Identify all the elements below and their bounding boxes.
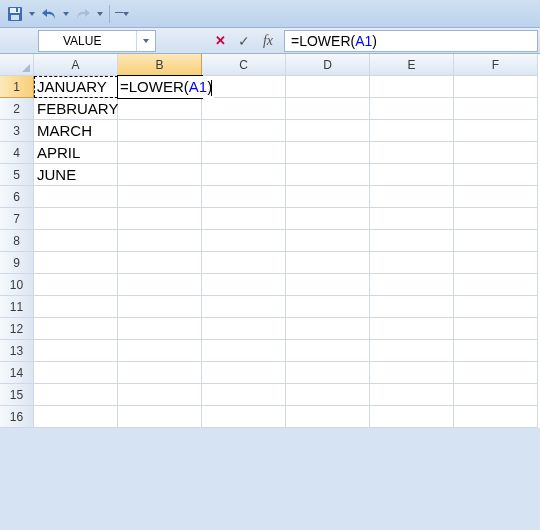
cell[interactable]: [34, 296, 118, 318]
cell[interactable]: =LOWER(A1): [118, 76, 202, 98]
cell[interactable]: [454, 76, 538, 98]
row-header[interactable]: 3: [0, 120, 34, 142]
cell[interactable]: [118, 230, 202, 252]
cell[interactable]: [118, 252, 202, 274]
cell[interactable]: [34, 362, 118, 384]
cell[interactable]: [34, 340, 118, 362]
cell[interactable]: [202, 318, 286, 340]
row-header[interactable]: 10: [0, 274, 34, 296]
cell[interactable]: [34, 318, 118, 340]
cell[interactable]: [202, 340, 286, 362]
cell[interactable]: MARCH: [34, 120, 118, 142]
row-header[interactable]: 9: [0, 252, 34, 274]
row-header[interactable]: 7: [0, 208, 34, 230]
cell[interactable]: [202, 208, 286, 230]
row-header[interactable]: 16: [0, 406, 34, 428]
save-dropdown-icon[interactable]: [28, 3, 36, 25]
fx-icon[interactable]: fx: [256, 30, 280, 52]
cell[interactable]: [286, 362, 370, 384]
redo-dropdown-icon[interactable]: [96, 3, 104, 25]
row-header[interactable]: 1: [0, 76, 34, 98]
cell[interactable]: [118, 142, 202, 164]
cell[interactable]: [454, 296, 538, 318]
cell[interactable]: [202, 384, 286, 406]
cell[interactable]: [370, 362, 454, 384]
row-header[interactable]: 14: [0, 362, 34, 384]
cell[interactable]: [34, 406, 118, 428]
cell[interactable]: [202, 76, 286, 98]
cell[interactable]: [286, 164, 370, 186]
cancel-icon[interactable]: ✕: [208, 30, 232, 52]
cell[interactable]: [118, 362, 202, 384]
cell[interactable]: [286, 252, 370, 274]
cell[interactable]: [118, 98, 202, 120]
cell[interactable]: [34, 208, 118, 230]
cell[interactable]: [34, 252, 118, 274]
cell[interactable]: [370, 406, 454, 428]
cell[interactable]: [34, 186, 118, 208]
cell[interactable]: [454, 340, 538, 362]
cell[interactable]: [34, 274, 118, 296]
cell[interactable]: [454, 120, 538, 142]
cell[interactable]: [202, 230, 286, 252]
cell[interactable]: [286, 274, 370, 296]
name-box-dropdown-icon[interactable]: [136, 31, 154, 51]
cell[interactable]: [286, 76, 370, 98]
row-header[interactable]: 2: [0, 98, 34, 120]
cell[interactable]: [286, 340, 370, 362]
name-box[interactable]: VALUE: [38, 30, 156, 52]
cell[interactable]: [202, 362, 286, 384]
cell[interactable]: [454, 164, 538, 186]
cell[interactable]: [34, 230, 118, 252]
cell[interactable]: [118, 208, 202, 230]
undo-icon[interactable]: [38, 3, 60, 25]
cell[interactable]: [286, 142, 370, 164]
column-header[interactable]: F: [454, 54, 538, 76]
cell[interactable]: [202, 186, 286, 208]
cell[interactable]: [118, 384, 202, 406]
spreadsheet-grid[interactable]: ABCDEF1JANUARY=LOWER(A1)2FEBRUARY3MARCH4…: [0, 54, 540, 428]
cell[interactable]: [454, 98, 538, 120]
column-header[interactable]: C: [202, 54, 286, 76]
cell[interactable]: [34, 384, 118, 406]
cell[interactable]: [370, 296, 454, 318]
row-header[interactable]: 13: [0, 340, 34, 362]
select-all-corner[interactable]: [0, 54, 34, 76]
cell[interactable]: [286, 406, 370, 428]
column-header[interactable]: A: [34, 54, 118, 76]
cell[interactable]: [202, 164, 286, 186]
cell[interactable]: [370, 230, 454, 252]
row-header[interactable]: 6: [0, 186, 34, 208]
enter-icon[interactable]: ✓: [232, 30, 256, 52]
cell[interactable]: [454, 318, 538, 340]
cell[interactable]: [370, 318, 454, 340]
cell[interactable]: [286, 318, 370, 340]
cell[interactable]: [370, 274, 454, 296]
cell[interactable]: [370, 142, 454, 164]
cell[interactable]: [454, 230, 538, 252]
cell[interactable]: [370, 340, 454, 362]
cell[interactable]: [118, 296, 202, 318]
cell[interactable]: [202, 296, 286, 318]
cell[interactable]: JANUARY: [34, 76, 118, 98]
cell[interactable]: [370, 186, 454, 208]
cell[interactable]: [202, 406, 286, 428]
save-icon[interactable]: [4, 3, 26, 25]
row-header[interactable]: 5: [0, 164, 34, 186]
cell[interactable]: [286, 208, 370, 230]
formula-input[interactable]: =LOWER(A1): [284, 30, 538, 52]
row-header[interactable]: 11: [0, 296, 34, 318]
cell[interactable]: [118, 406, 202, 428]
row-header[interactable]: 8: [0, 230, 34, 252]
cell[interactable]: [286, 120, 370, 142]
cell[interactable]: JUNE: [34, 164, 118, 186]
cell[interactable]: [202, 98, 286, 120]
row-header[interactable]: 12: [0, 318, 34, 340]
cell[interactable]: [118, 274, 202, 296]
cell[interactable]: [454, 252, 538, 274]
cell[interactable]: [370, 384, 454, 406]
cell[interactable]: APRIL: [34, 142, 118, 164]
cell[interactable]: [370, 76, 454, 98]
cell[interactable]: [118, 164, 202, 186]
cell[interactable]: [202, 120, 286, 142]
